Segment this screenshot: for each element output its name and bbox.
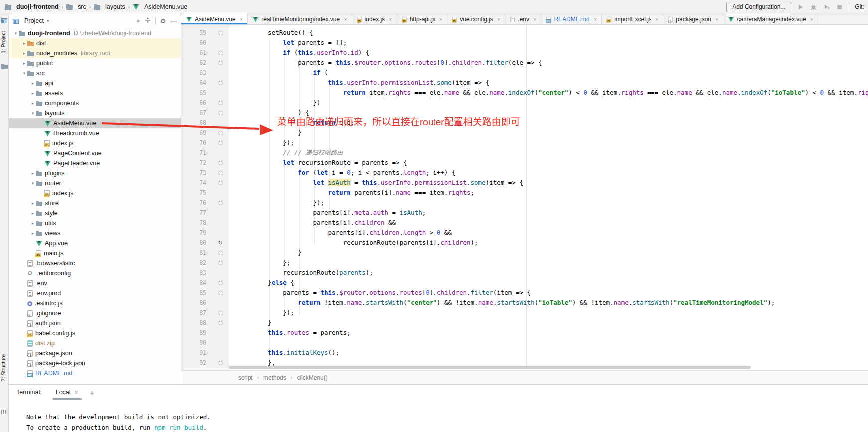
code-line[interactable]: 90 (181, 338, 868, 348)
code-line[interactable]: 79 parents[i].children.length > 0 && (181, 228, 868, 238)
tree-item-public[interactable]: ▸public (9, 58, 181, 68)
close-icon[interactable]: × (810, 16, 813, 22)
close-icon[interactable]: × (497, 16, 500, 22)
tree-item-PageContent.vue[interactable]: PageContent.vue (9, 148, 181, 158)
editor-breadcrumb-methods[interactable]: methods (263, 374, 286, 381)
code-line[interactable]: 80↻ recursionRoute(parents[i].children); (181, 238, 868, 248)
editor-breadcrumb-script[interactable]: script (238, 374, 253, 381)
tab-.env[interactable]: .env× (505, 14, 541, 24)
tree-item-router[interactable]: ▾router (9, 178, 181, 188)
fold-close-icon[interactable] (218, 251, 223, 255)
tree-item-.eslintrc.js[interactable]: .eslintrc.js (9, 298, 181, 308)
tree-item-babel.config.js[interactable]: babel.config.js (9, 328, 181, 338)
tree-item-package.json[interactable]: package.json (9, 348, 181, 358)
run-with-coverage-icon[interactable] (823, 3, 830, 11)
code-line[interactable]: 59 setRoute() { (181, 28, 868, 38)
fold-close-icon[interactable] (218, 361, 223, 365)
fold-close-icon[interactable] (218, 321, 223, 325)
tree-item-assets[interactable]: ▸assets (9, 88, 181, 98)
tree-item-store[interactable]: ▸store (9, 198, 181, 208)
tab-README.md[interactable]: README.md× (541, 14, 602, 24)
chevron-right-icon[interactable]: ▸ (30, 221, 36, 226)
code-line[interactable]: 63 if ( (181, 68, 868, 78)
close-icon[interactable]: × (533, 16, 536, 22)
close-icon[interactable]: ✕ (74, 389, 79, 396)
chevron-right-icon[interactable]: ▸ (21, 41, 27, 46)
stop-icon[interactable] (836, 3, 843, 11)
run-icon[interactable] (797, 3, 804, 11)
fold-open-icon[interactable] (218, 161, 223, 165)
code-line[interactable]: 91 this.initialKeys(); (181, 348, 868, 358)
tree-item-duoji-frontend[interactable]: ▾duoji-frontendD:\zheheWeb\duoji-fronten… (9, 28, 181, 38)
code-line[interactable]: 61 if (this.userInfo.id) { (181, 48, 868, 58)
tree-item-node_modules[interactable]: ▸node_moduleslibrary root (9, 48, 181, 58)
tree-item-layouts[interactable]: ▾layouts (9, 108, 181, 118)
chevron-down-icon[interactable]: ▾ (13, 31, 19, 36)
horizontal-scrollbar[interactable] (229, 366, 751, 369)
code-line[interactable]: 89 this.routes = parents; (181, 328, 868, 338)
close-icon[interactable]: × (594, 16, 597, 22)
code-line[interactable]: 84 }else { (181, 278, 868, 288)
tree-item-package-lock.json[interactable]: package-lock.json (9, 358, 181, 368)
folder-icon[interactable] (1, 62, 10, 71)
fold-open-icon[interactable] (218, 31, 223, 35)
tab-index.js[interactable]: index.js× (352, 14, 397, 24)
terminal-output[interactable]: Note that the development build is not o… (9, 400, 868, 432)
code-line[interactable]: 86 return !item.name.startsWith("center"… (181, 298, 868, 308)
tab-vue.config.js[interactable]: vue.config.js× (447, 14, 505, 24)
code-line[interactable]: 78 parents[i].children && (181, 218, 868, 228)
code-line[interactable]: 88 } (181, 318, 868, 328)
chevron-down-icon[interactable]: ▾ (21, 71, 27, 76)
tree-item-src[interactable]: ▾src (9, 68, 181, 78)
chevron-right-icon[interactable]: ▸ (21, 51, 27, 56)
tree-item-auth.json[interactable]: auth.json (9, 318, 181, 328)
fold-open-icon[interactable] (218, 291, 223, 295)
grid-icon[interactable] (1, 407, 8, 416)
locate-file-icon[interactable]: ⌖ (136, 17, 140, 25)
tree-item-dist.zip[interactable]: dist.zip (9, 338, 181, 348)
tree-item-views[interactable]: ▸views (9, 228, 181, 238)
editor-breadcrumb-clickMenu()[interactable]: clickMenu() (297, 374, 327, 381)
close-icon[interactable]: × (344, 16, 347, 22)
code-line[interactable]: 85 parents = this.$router.options.routes… (181, 288, 868, 298)
close-icon[interactable]: × (439, 16, 442, 22)
fold-open-icon[interactable] (218, 81, 223, 85)
tab-http-api.js[interactable]: http-api.js× (397, 14, 447, 24)
tree-item-PageHeader.vue[interactable]: PageHeader.vue (9, 158, 181, 168)
chevron-right-icon[interactable]: ▸ (30, 171, 36, 176)
tab-cameraManage\index.vue[interactable]: cameraManage\index.vue× (723, 14, 818, 24)
chevron-right-icon[interactable]: ▸ (30, 101, 36, 106)
fold-open-icon[interactable] (218, 281, 223, 285)
code-line[interactable]: 76 }); (181, 198, 868, 208)
fold-close-icon[interactable] (218, 131, 223, 135)
tab-package.json[interactable]: package.json× (663, 14, 723, 24)
fold-open-icon[interactable] (218, 111, 223, 115)
close-icon[interactable]: × (389, 16, 392, 22)
tree-item-.env.prod[interactable]: .env.prod (9, 288, 181, 298)
tab-AsideMenu.vue[interactable]: AsideMenu.vue× (181, 14, 248, 24)
hide-panel-icon[interactable]: — (171, 17, 177, 24)
tree-item-.gitignore[interactable]: .gitignore (9, 308, 181, 318)
code-line[interactable]: 72 let recursionRoute = parents => { (181, 158, 868, 168)
breadcrumb-item-src[interactable]: src (66, 3, 86, 10)
code-editor[interactable]: 59 setRoute() {60 let parents = [];61 if… (181, 25, 868, 370)
tree-item-index.js[interactable]: index.js (9, 138, 181, 148)
chevron-right-icon[interactable]: ▸ (21, 61, 27, 66)
tree-item-.env[interactable]: .env (9, 278, 181, 288)
code-line[interactable]: 67 ) { (181, 108, 868, 118)
tree-item-main.js[interactable]: main.js (9, 248, 181, 258)
fold-close-icon[interactable] (218, 311, 223, 315)
code-line[interactable]: 74 let isAuth = this.userInfo.permission… (181, 178, 868, 188)
breadcrumb-item-AsideMenu.vue[interactable]: AsideMenu.vue (133, 3, 187, 10)
tab-realTimeMonitoring\index.vue[interactable]: realTimeMonitoring\index.vue× (248, 14, 352, 24)
code-line[interactable]: 75 return parents[i].name === item.right… (181, 188, 868, 198)
git-label[interactable]: Git: (855, 3, 864, 10)
debug-icon[interactable] (810, 3, 817, 11)
fold-close-icon[interactable] (218, 101, 223, 105)
code-line[interactable]: 82 }; (181, 258, 868, 268)
breadcrumb-item-layouts[interactable]: layouts (94, 3, 125, 10)
code-line[interactable]: 73 for (let i = 0; i < parents.length; i… (181, 168, 868, 178)
terminal-tab-local[interactable]: Local ✕ (53, 385, 82, 400)
new-terminal-tab-button[interactable]: + (90, 388, 94, 397)
fold-close-icon[interactable] (218, 141, 223, 145)
